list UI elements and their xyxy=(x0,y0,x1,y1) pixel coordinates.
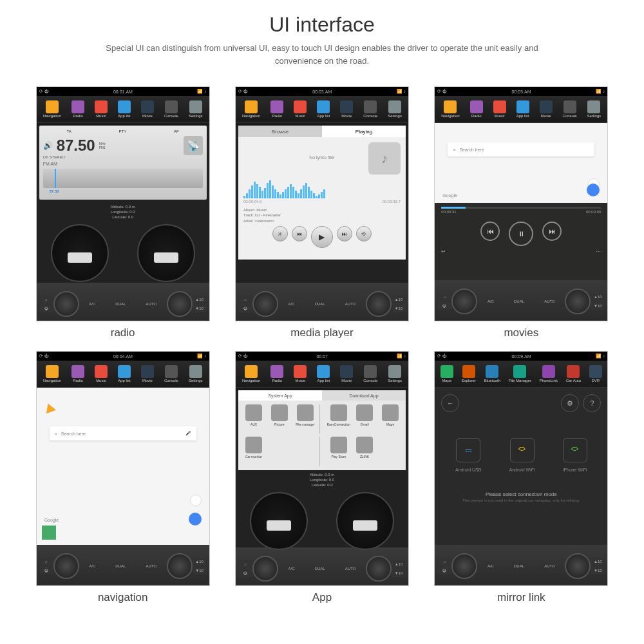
climate-dual[interactable]: DUAL xyxy=(315,302,325,306)
tab-system-app[interactable]: System App xyxy=(238,390,322,401)
top-icon-movie[interactable]: Movie xyxy=(340,365,353,383)
left-knob[interactable] xyxy=(451,553,477,579)
tab-download-app[interactable]: Download App xyxy=(322,390,406,401)
home-button[interactable]: ⌂ xyxy=(437,558,451,565)
top-icon-music[interactable]: Music xyxy=(294,365,307,383)
vol-down-button[interactable]: ▼10 xyxy=(392,305,406,312)
top-icon-bluetooth[interactable]: Bluetooth xyxy=(484,365,500,383)
top-icon-music[interactable]: Music xyxy=(95,100,108,118)
top-icon-app-list[interactable]: App list xyxy=(118,365,131,383)
more-icon[interactable]: ⋯ xyxy=(596,249,601,254)
vol-up-button[interactable]: ▲10 xyxy=(392,560,406,568)
top-icon-dvr[interactable]: DVR xyxy=(589,365,602,383)
video-next-button[interactable]: ⏭ xyxy=(542,222,562,241)
app-gmail[interactable]: Gmail xyxy=(353,404,376,434)
top-icon-music[interactable]: Music xyxy=(493,100,506,118)
climate-dual[interactable]: DUAL xyxy=(115,564,126,568)
top-icon-console[interactable]: Console xyxy=(363,100,377,118)
climate-a/c[interactable]: A/C xyxy=(289,302,295,306)
top-icon-settings[interactable]: Settings xyxy=(189,100,203,118)
hamburger-icon[interactable]: ≡ xyxy=(453,147,455,152)
power-button[interactable]: ⏻ xyxy=(39,305,53,312)
top-icon-app-list[interactable]: App list xyxy=(118,100,131,118)
home-button[interactable]: ⌂ xyxy=(437,293,451,301)
prev-button[interactable]: ⏮ xyxy=(292,226,307,242)
option-android-usb[interactable]: ⎓ Android USB xyxy=(455,438,481,472)
top-icon-console[interactable]: Console xyxy=(164,100,178,118)
top-icon-movie[interactable]: Movie xyxy=(141,365,154,383)
right-knob[interactable] xyxy=(366,291,392,317)
top-icon-settings[interactable]: Settings xyxy=(388,100,402,118)
climate-dual[interactable]: DUAL xyxy=(115,302,126,306)
power-button[interactable]: ⏻ xyxy=(39,567,53,574)
vol-up-button[interactable]: ▲10 xyxy=(193,558,207,565)
directions-button[interactable] xyxy=(587,184,600,196)
directions-button[interactable] xyxy=(189,513,202,526)
map-search-bar[interactable]: ≡ Search here xyxy=(448,142,594,156)
tab-browse[interactable]: Browse xyxy=(238,126,322,137)
top-icon-music[interactable]: Music xyxy=(294,100,307,118)
power-button[interactable]: ⏻ xyxy=(437,302,451,310)
right-knob[interactable] xyxy=(565,553,591,579)
left-knob[interactable] xyxy=(53,553,79,579)
home-button[interactable]: ⌂ xyxy=(238,296,252,303)
vol-down-button[interactable]: ▼10 xyxy=(591,302,605,310)
left-knob[interactable] xyxy=(451,289,477,314)
app-picture[interactable]: Picture xyxy=(268,404,291,434)
vol-up-button[interactable]: ▲10 xyxy=(591,293,605,301)
help-icon[interactable]: ? xyxy=(583,394,601,412)
map-thumbnail[interactable] xyxy=(42,526,56,540)
power-button[interactable]: ⏻ xyxy=(238,569,252,577)
top-icon-movie[interactable]: Movie xyxy=(540,100,553,118)
climate-dual[interactable]: DUAL xyxy=(315,567,325,571)
power-button[interactable]: ⏻ xyxy=(238,305,252,312)
app-aux[interactable]: AUX xyxy=(242,404,265,434)
climate-auto[interactable]: AUTO xyxy=(146,302,157,306)
nav-search-bar[interactable]: ≡ Search here 🎤 xyxy=(50,426,196,440)
top-icon-movie[interactable]: Movie xyxy=(340,100,353,118)
top-icon-app-list[interactable]: App list xyxy=(317,365,330,383)
climate-auto[interactable]: AUTO xyxy=(345,567,356,571)
option-iphone-wifi[interactable]: ⌔ iPhone WiFi xyxy=(563,438,587,472)
repeat-button[interactable]: ⟲ xyxy=(356,226,372,242)
top-icon-app-list[interactable]: App list xyxy=(317,100,330,118)
left-knob[interactable] xyxy=(252,556,278,582)
radio-dial[interactable]: 87.50 xyxy=(43,169,203,188)
left-knob[interactable] xyxy=(252,291,278,317)
app-easyconnection[interactable]: EasyConnection xyxy=(327,404,350,434)
vol-up-button[interactable]: ▲10 xyxy=(392,296,406,303)
top-icon-car-auto[interactable]: Car Auto xyxy=(566,365,581,383)
climate-a/c[interactable]: A/C xyxy=(488,299,494,303)
top-icon-settings[interactable]: Settings xyxy=(388,365,402,383)
top-icon-radio[interactable]: Radio xyxy=(470,100,483,118)
top-icon-radio[interactable]: Radio xyxy=(71,100,84,118)
right-knob[interactable] xyxy=(167,553,193,579)
back-button[interactable]: ← xyxy=(441,394,459,412)
vol-up-button[interactable]: ▲10 xyxy=(591,558,605,565)
climate-dual[interactable]: DUAL xyxy=(514,564,524,568)
top-icon-app-list[interactable]: App list xyxy=(516,100,529,118)
video-pause-button[interactable]: ⏸ xyxy=(509,222,533,246)
right-knob[interactable] xyxy=(167,291,193,317)
option-android-wifi[interactable]: ⌔ Android WiFi xyxy=(509,438,535,472)
top-icon-radio[interactable]: Radio xyxy=(270,100,283,118)
video-prev-button[interactable]: ⏮ xyxy=(480,222,500,241)
top-icon-console[interactable]: Console xyxy=(563,100,577,118)
radio-af[interactable]: AF xyxy=(174,129,179,133)
right-knob[interactable] xyxy=(366,556,392,582)
climate-dual[interactable]: DUAL xyxy=(514,299,524,303)
top-icon-maps[interactable]: Maps xyxy=(440,365,453,383)
home-button[interactable]: ⌂ xyxy=(238,560,252,568)
radio-pty[interactable]: PTY xyxy=(119,129,127,133)
climate-auto[interactable]: AUTO xyxy=(345,302,356,306)
app-car-monitor[interactable]: Car monitor xyxy=(242,437,265,466)
climate-a/c[interactable]: A/C xyxy=(289,567,295,571)
shuffle-button[interactable]: ⤭ xyxy=(272,226,288,242)
top-icon-navigation[interactable]: Navigation xyxy=(242,365,260,383)
app-play-store[interactable]: Play Store xyxy=(327,437,350,466)
play-button[interactable]: ▶ xyxy=(311,226,333,248)
left-knob[interactable] xyxy=(53,291,79,317)
vol-down-button[interactable]: ▼10 xyxy=(591,567,605,574)
climate-a/c[interactable]: A/C xyxy=(89,564,95,568)
top-icon-file-manager[interactable]: File Manager xyxy=(509,365,531,383)
